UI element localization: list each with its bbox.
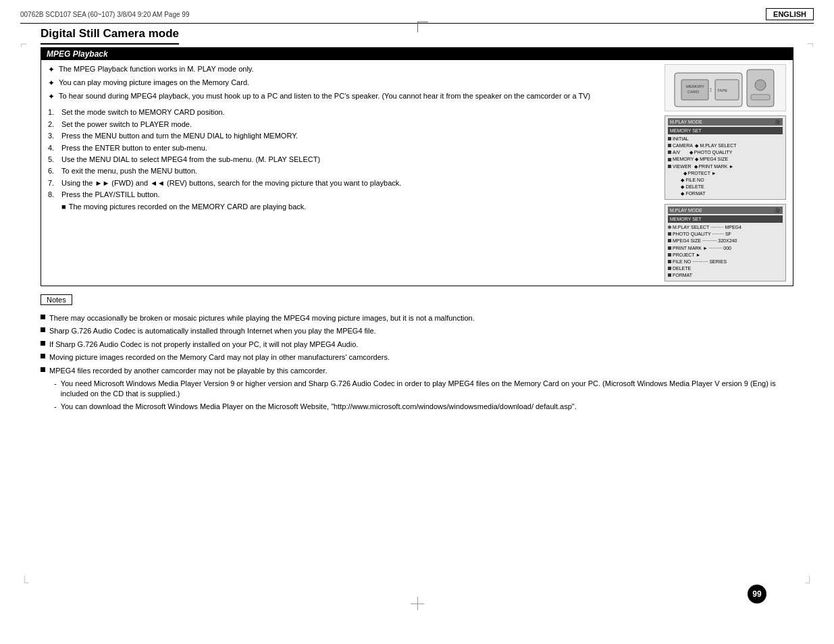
- svg-text:TAPE: TAPE: [717, 88, 727, 92]
- menu-item-initial: INITIAL: [668, 136, 783, 142]
- notes-box: Notes: [41, 294, 72, 305]
- menu-item-format: ◆ FORMAT: [668, 190, 783, 196]
- dash-item-2: - You can download the Microsoft Windows…: [54, 402, 793, 412]
- menu-diagram-1: M.PLAY MODE 🎥 MEMORY SET INITIAL CA: [664, 115, 786, 200]
- notes-text-3: If Sharp G.726 Audio Codec is not proper…: [49, 340, 358, 350]
- section-box: MPEG Playback ✦ The MPEG Playback functi…: [41, 47, 793, 286]
- menu-square-icon-2: [668, 144, 671, 147]
- svg-point-8: [755, 80, 766, 90]
- step-2: 2. Set the power switch to PLAYER mode.: [48, 119, 658, 130]
- diagrams-panel: MEMORY CARD ↕ TAPE: [664, 64, 786, 281]
- step-3: 3. Press the MENU button and turn the ME…: [48, 131, 658, 141]
- menu-sq-2: [668, 232, 671, 236]
- cross-icon-3: ✦: [48, 91, 55, 103]
- step-num-7: 7.: [48, 178, 59, 188]
- menu-item-camera: CAMERA ◆ M.PLAY SELECT: [668, 142, 783, 149]
- notes-text-1: There may occasionally be broken or mosa…: [49, 313, 475, 323]
- step-text-7: Using the ►► (FWD) and ◄◄ (REV) buttons,…: [61, 178, 401, 188]
- corner-mark-br: ┘: [805, 576, 814, 590]
- menu2-item-6: FILE NO ············ SERIES: [668, 259, 783, 265]
- menu-header-1: M.PLAY MODE 🎥: [668, 118, 783, 126]
- menu-item-memory: MEMORY ◆ MPEG4 SIZE: [668, 156, 783, 162]
- menu-sq-6: [668, 260, 671, 263]
- menu-dot-1: [668, 225, 671, 229]
- menu-square-icon: [668, 137, 671, 140]
- menu-header-text-1: M.PLAY MODE: [670, 119, 702, 125]
- menu2-item-3: MPEG4 SIZE ··········· 320X240: [668, 238, 783, 244]
- step-text-2: Set the power switch to PLAYER mode.: [61, 119, 192, 130]
- menu2-item-4: PRINT MARK ► ·········· 000: [668, 245, 783, 251]
- step-text-4: Press the ENTER button to enter sub-menu…: [61, 143, 207, 153]
- step-text-5: Use the MENU DIAL to select MPEG4 from t…: [61, 155, 320, 165]
- step-5: 5. Use the MENU DIAL to select MPEG4 fro…: [48, 155, 658, 165]
- section-text: ✦ The MPEG Playback function works in M.…: [48, 64, 658, 281]
- cross-icon-2: ✦: [48, 78, 55, 89]
- menu-diagram-2: M.PLAY MODE 🎥 MEMORY SET M.PLAY SELECT ·…: [664, 204, 786, 281]
- bullet-text-1: The MPEG Playback function works in M. P…: [59, 64, 254, 76]
- bottom-crosshair: [411, 597, 424, 610]
- menu-sq-8: [668, 273, 671, 277]
- svg-text:MEMORY: MEMORY: [686, 84, 704, 88]
- svg-text:↕: ↕: [709, 86, 712, 93]
- step-1: 1. Set the mode switch to MEMORY CARD po…: [48, 107, 658, 117]
- square-bullet-5: [41, 367, 45, 372]
- sub-bullet-text: The moving pictures recorded on the MEMO…: [69, 202, 307, 212]
- notes-list: There may occasionally be broken or mosa…: [41, 313, 793, 412]
- section-title: MPEG Playback: [41, 48, 793, 60]
- camera-top-diagram: MEMORY CARD ↕ TAPE: [664, 64, 786, 111]
- svg-rect-9: [751, 95, 770, 100]
- step-4: 4. Press the ENTER button to enter sub-m…: [48, 143, 658, 153]
- notes-item-5: MPEG4 files recorded by another camcorde…: [41, 366, 793, 376]
- step-text-6: To exit the menu, push the MENU button.: [61, 166, 197, 176]
- main-content: MPEG Playback ✦ The MPEG Playback functi…: [41, 47, 793, 576]
- notes-item-1: There may occasionally be broken or mosa…: [41, 313, 793, 323]
- menu-header-2: M.PLAY MODE 🎥: [668, 207, 783, 214]
- file-info: 00762B SCD107 SEA (60~107) 3/8/04 9:20 A…: [20, 11, 189, 18]
- menu-sq-4: [668, 246, 671, 250]
- square-bullet-3: [41, 341, 45, 346]
- dash-text-1: You need Microsoft Windows Media Player …: [61, 379, 793, 400]
- step-text-8: Press the PLAY/STILL button.: [61, 190, 160, 200]
- notes-label: Notes: [47, 296, 66, 304]
- svg-text:CARD: CARD: [687, 90, 700, 94]
- step-6: 6. To exit the menu, push the MENU butto…: [48, 166, 658, 176]
- english-badge: ENGLISH: [766, 8, 814, 20]
- menu2-item-1: M.PLAY SELECT ·········· MPEG4: [668, 224, 783, 230]
- menu-item-viewer: VIEWER ◆ PRINT MARK ►: [668, 163, 783, 169]
- menu-sq-3: [668, 239, 671, 242]
- step-text-3: Press the MENU button and turn the MENU …: [61, 131, 298, 141]
- bullet-item-2: ✦ You can play moving picture images on …: [48, 78, 658, 89]
- menu-header-text-2: M.PLAY MODE: [670, 207, 702, 213]
- step-text-1: Set the mode switch to MEMORY CARD posit…: [61, 107, 225, 117]
- notes-text-5: MPEG4 files recorded by another camcorde…: [49, 366, 327, 376]
- step-8: 8. Press the PLAY/STILL button.: [48, 190, 658, 200]
- bullet-item-1: ✦ The MPEG Playback function works in M.…: [48, 64, 658, 76]
- dash-text-2: You can download the Microsoft Windows M…: [61, 402, 577, 412]
- menu2-item-8: FORMAT: [668, 272, 783, 278]
- notes-item-4: Moving picture images recorded on the Me…: [41, 352, 793, 363]
- menu-square-icon-5: [668, 165, 671, 168]
- dash-1: -: [54, 379, 57, 400]
- menu-sq-7: [668, 267, 671, 270]
- step-num-4: 4.: [48, 143, 59, 153]
- menu-item-protect: ◆ PROTECT ►: [668, 170, 783, 176]
- menu-item-fileno: ◆ FILE NO: [668, 177, 783, 183]
- page-number: 99: [752, 589, 761, 599]
- page-container: 00762B SCD107 SEA (60~107) 3/8/04 9:20 A…: [0, 0, 834, 644]
- menu-title-2: MEMORY SET: [668, 215, 783, 223]
- section-content: ✦ The MPEG Playback function works in M.…: [41, 60, 793, 286]
- step-num-6: 6.: [48, 166, 59, 176]
- dash-2: -: [54, 402, 57, 412]
- menu2-item-5: PROJECT ►: [668, 252, 783, 258]
- step-num-3: 3.: [48, 131, 59, 141]
- step-num-8: 8.: [48, 190, 59, 200]
- notes-item-3: If Sharp G.726 Audio Codec is not proper…: [41, 340, 793, 350]
- menu-item-delete: ◆ DELETE: [668, 184, 783, 190]
- step-num-1: 1.: [48, 107, 59, 117]
- corner-mark-tl: ⌐: [20, 37, 28, 51]
- page-number-badge: 99: [748, 585, 766, 603]
- notes-text-2: Sharp G.726 Audio Codec is automatically…: [49, 326, 376, 336]
- notes-item-2: Sharp G.726 Audio Codec is automatically…: [41, 326, 793, 336]
- page-title: Digital Still Camera mode: [41, 27, 179, 45]
- camera-svg: MEMORY CARD ↕ TAPE: [671, 66, 779, 110]
